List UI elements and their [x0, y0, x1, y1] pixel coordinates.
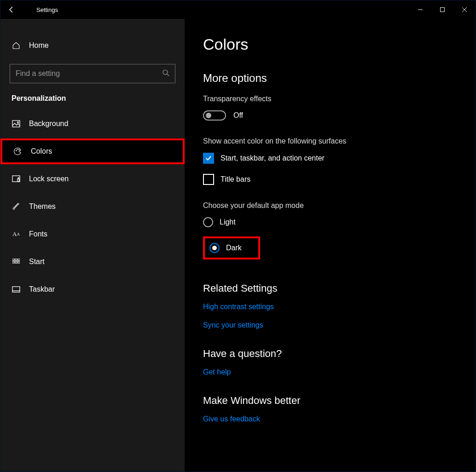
radio-label: Light — [220, 218, 236, 226]
checkbox-label: Title bars — [221, 175, 250, 184]
home-icon — [12, 41, 21, 50]
svg-point-6 — [16, 150, 17, 151]
font-icon: AA — [12, 230, 21, 239]
sidebar-item-label: Fonts — [29, 230, 47, 238]
svg-point-5 — [17, 122, 19, 123]
svg-rect-13 — [18, 259, 20, 260]
svg-line-3 — [167, 74, 169, 76]
link-get-help[interactable]: Get help — [203, 368, 457, 376]
palette-icon — [13, 147, 23, 156]
close-button[interactable] — [453, 0, 476, 19]
radio-dark[interactable] — [209, 243, 220, 253]
sidebar-item-start[interactable]: Start — [0, 249, 185, 275]
radio-label: Dark — [226, 244, 242, 252]
checkbox-start-taskbar[interactable] — [203, 153, 214, 164]
taskbar-icon — [12, 285, 21, 294]
transparency-toggle[interactable] — [203, 110, 226, 121]
svg-rect-16 — [18, 261, 20, 263]
sidebar-item-label: Colors — [31, 147, 52, 155]
transparency-state: Off — [233, 111, 243, 120]
sidebar-section-label: Personalization — [0, 94, 185, 103]
sidebar-item-background[interactable]: Background — [0, 111, 185, 137]
svg-rect-10 — [17, 179, 19, 181]
sidebar-item-label: Lock screen — [29, 175, 69, 183]
svg-rect-14 — [12, 261, 14, 263]
more-options-heading: More options — [203, 72, 457, 85]
svg-point-2 — [163, 70, 168, 75]
checkbox-title-bars[interactable] — [203, 174, 214, 185]
svg-rect-11 — [12, 259, 14, 260]
transparency-label: Transparency effects — [203, 95, 457, 103]
make-better-heading: Make Windows better — [203, 395, 457, 407]
svg-rect-15 — [15, 261, 17, 263]
start-icon — [12, 257, 21, 266]
picture-icon — [12, 119, 21, 128]
search-icon — [162, 69, 169, 78]
svg-rect-17 — [12, 287, 20, 292]
sidebar-item-label: Taskbar — [29, 285, 55, 294]
sidebar-item-label: Start — [29, 258, 45, 266]
sidebar-item-colors[interactable]: Colors — [0, 138, 185, 164]
title-bar: Settings — [0, 0, 476, 19]
sidebar-item-themes[interactable]: Themes — [0, 194, 185, 219]
sidebar-item-fonts[interactable]: AA Fonts — [0, 221, 185, 247]
link-high-contrast[interactable]: High contrast settings — [203, 303, 457, 311]
window-title: Settings — [23, 6, 58, 13]
radio-light[interactable] — [203, 217, 213, 227]
main-content: Colors More options Transparency effects… — [185, 19, 476, 472]
svg-rect-4 — [12, 121, 20, 127]
link-sync-settings[interactable]: Sync your settings — [203, 321, 457, 329]
brush-icon — [12, 202, 21, 211]
related-settings-heading: Related Settings — [203, 282, 457, 294]
sidebar-item-label: Background — [29, 120, 68, 128]
svg-rect-12 — [15, 259, 17, 260]
sidebar-item-taskbar[interactable]: Taskbar — [0, 276, 185, 302]
svg-point-7 — [17, 149, 18, 150]
svg-rect-1 — [441, 8, 445, 12]
app-mode-label: Choose your default app mode — [203, 201, 457, 210]
lock-screen-icon — [12, 174, 21, 184]
accent-surfaces-label: Show accent color on the following surfa… — [203, 137, 457, 145]
svg-point-8 — [19, 150, 20, 150]
link-feedback[interactable]: Give us feedback — [203, 415, 260, 423]
page-title: Colors — [203, 35, 457, 53]
back-button[interactable] — [0, 0, 23, 19]
sidebar: Home Personalization Background — [0, 19, 185, 472]
maximize-button[interactable] — [431, 0, 453, 19]
checkbox-label: Start, taskbar, and action center — [221, 154, 325, 162]
have-question-heading: Have a question? — [203, 348, 457, 360]
highlight-dark-mode: Dark — [203, 236, 260, 259]
search-input[interactable] — [16, 69, 162, 78]
sidebar-item-lock-screen[interactable]: Lock screen — [0, 166, 185, 192]
sidebar-item-label: Themes — [29, 202, 56, 211]
minimize-button[interactable] — [409, 0, 431, 19]
home-label: Home — [29, 41, 49, 50]
search-box[interactable] — [10, 64, 175, 83]
home-nav[interactable]: Home — [0, 33, 185, 58]
